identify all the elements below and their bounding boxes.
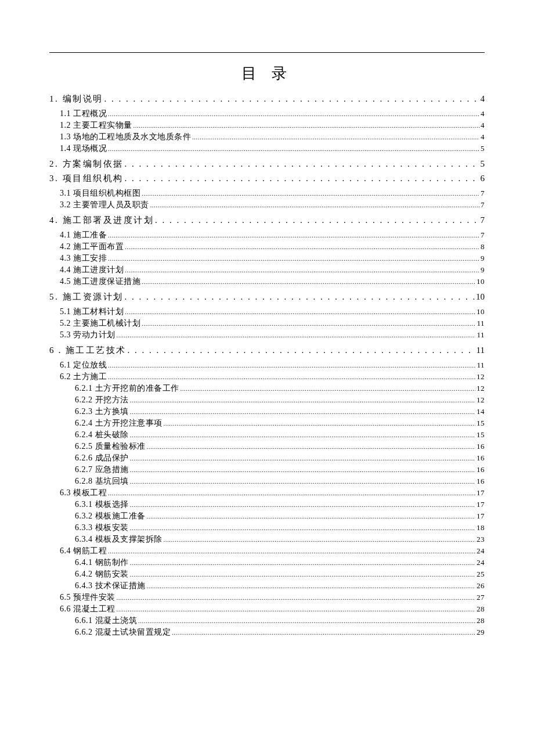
toc-leader-dots: . . . . . . . . . . . . . . . . . . . . … bbox=[125, 292, 475, 302]
toc-label: 2. 方案编制依据 bbox=[49, 159, 124, 170]
toc-label: 3.2 主要管理人员及职责 bbox=[60, 200, 149, 210]
toc-page: 8 bbox=[481, 242, 485, 251]
toc-label: 6.6.1 混凝土浇筑 bbox=[75, 615, 137, 626]
toc-entry-l3: 6.4.2 钢筋安装..............................… bbox=[75, 569, 485, 579]
toc-page: 11 bbox=[477, 330, 485, 340]
toc-leader-dots: ........................................… bbox=[108, 255, 479, 262]
toc-page: 12 bbox=[477, 384, 485, 393]
toc-leader-dots: ........................................… bbox=[147, 582, 476, 589]
toc-entry-l1: 4. 施工部署及进度计划. . . . . . . . . . . . . . … bbox=[49, 214, 485, 226]
toc-leader-dots: ........................................… bbox=[108, 362, 475, 369]
toc-subblock: 4.1 施工准备................................… bbox=[49, 230, 485, 287]
toc-page: 7 bbox=[481, 189, 485, 198]
toc-page: 17 bbox=[477, 500, 485, 509]
toc-entry-l3: 6.3.3 模板安装..............................… bbox=[75, 523, 485, 533]
toc-page: 16 bbox=[477, 453, 485, 463]
toc-page: 28 bbox=[477, 616, 485, 625]
toc-label: 5. 施工资源计划 bbox=[49, 291, 124, 303]
toc-page: 14 bbox=[477, 407, 485, 416]
toc-leader-dots: ........................................… bbox=[108, 145, 479, 152]
toc-label: 6.3.1 模板选择 bbox=[75, 499, 129, 510]
toc-label: 4.4 施工进度计划 bbox=[60, 265, 124, 275]
toc-leader-dots: ........................................… bbox=[130, 524, 476, 531]
toc-leader-dots: . . . . . . . . . . . . . . . . . . . . … bbox=[125, 159, 479, 169]
toc-leader-dots: ........................................… bbox=[117, 332, 476, 339]
toc-leader-dots: ........................................… bbox=[130, 466, 476, 473]
toc-entry-l3: 6.2.4 桩头破除..............................… bbox=[75, 430, 485, 440]
toc-label: 3.1 项目组织机构框图 bbox=[60, 188, 140, 199]
toc-leader-dots: ........................................… bbox=[147, 513, 476, 520]
toc-entry-l3: 6.2.6 成品保护..............................… bbox=[75, 453, 485, 463]
toc-label: 1.1 工程概况 bbox=[60, 109, 107, 119]
toc-page: 4 bbox=[481, 94, 485, 104]
toc-label: 6.4.1 钢筋制作 bbox=[75, 557, 129, 568]
toc-entry-l3: 6.2.5 质量检验标准............................… bbox=[75, 441, 485, 452]
toc-page: 16 bbox=[477, 465, 485, 474]
table-of-contents: 1. 编制说明. . . . . . . . . . . . . . . . .… bbox=[49, 93, 485, 638]
toc-entry-l2: 4.5 施工进度保证措施............................… bbox=[60, 276, 485, 287]
toc-page: 7 bbox=[481, 231, 485, 240]
toc-leader-dots: ........................................… bbox=[138, 617, 475, 624]
toc-entry-l2: 1.3 场地的工程地质及水文地质条件......................… bbox=[60, 132, 485, 142]
toc-entry-l3: 6.4.3 技术保证措施............................… bbox=[75, 581, 485, 591]
toc-leader-dots: ........................................… bbox=[130, 559, 476, 566]
toc-label: 4.5 施工进度保证措施 bbox=[60, 276, 140, 287]
toc-page: 5 bbox=[481, 144, 485, 153]
toc-entry-l3: 6.2.3 土方换填..............................… bbox=[75, 406, 485, 417]
toc-leader-dots: ........................................… bbox=[181, 385, 476, 392]
toc-label: 6.2.5 质量检验标准 bbox=[75, 441, 146, 452]
toc-entry-l3: 6.6.1 混凝土浇筑.............................… bbox=[75, 615, 485, 626]
toc-entry-l3: 6.4.1 钢筋制作..............................… bbox=[75, 557, 485, 568]
toc-page: 9 bbox=[481, 254, 485, 263]
toc-page: 26 bbox=[477, 581, 485, 591]
toc-page: 15 bbox=[477, 430, 485, 440]
toc-entry-l2: 6.6 混凝土工程...............................… bbox=[60, 604, 485, 614]
toc-leader-dots: . . . . . . . . . . . . . . . . . . . . … bbox=[155, 215, 479, 225]
toc-entry-l3: 6.2.1 土方开挖前的准备工作........................… bbox=[75, 383, 485, 394]
toc-label: 6.3.3 模板安装 bbox=[75, 523, 129, 533]
top-rule bbox=[49, 52, 485, 53]
toc-leader-dots: ........................................… bbox=[130, 397, 476, 404]
toc-page: 16 bbox=[477, 442, 485, 451]
toc-label: 6.3.4 模板及支撑架拆除 bbox=[75, 534, 163, 545]
toc-entry-l3: 6.6.2 混凝土试块留置规定.........................… bbox=[75, 627, 485, 638]
toc-page: 28 bbox=[477, 604, 485, 614]
toc-page: 11 bbox=[477, 361, 485, 370]
page-title: 目 录 bbox=[49, 63, 485, 84]
toc-label: 6.1 定位放线 bbox=[60, 360, 107, 370]
toc-label: 6.6 混凝土工程 bbox=[60, 604, 116, 614]
toc-entry-l2: 6.2 土方施工................................… bbox=[60, 372, 485, 382]
toc-page: 5 bbox=[481, 159, 485, 169]
toc-leader-dots: ........................................… bbox=[142, 278, 475, 285]
toc-leader-dots: ........................................… bbox=[130, 408, 476, 415]
toc-label: 6.2.4 桩头破除 bbox=[75, 430, 129, 440]
toc-page: 17 bbox=[477, 512, 485, 521]
toc-entry-l3: 6.3.2 模板施工准备............................… bbox=[75, 511, 485, 521]
toc-page: 7 bbox=[481, 200, 485, 210]
toc-entry-l2: 1.2 主要工程实物量.............................… bbox=[60, 120, 485, 131]
toc-label: 6.3 模板工程 bbox=[60, 488, 107, 498]
toc-leader-dots: ........................................… bbox=[164, 420, 476, 427]
toc-label: 6.4.2 钢筋安装 bbox=[75, 569, 129, 579]
toc-label: 4. 施工部署及进度计划 bbox=[49, 215, 154, 226]
toc-entry-l2: 3.1 项目组织机构框图............................… bbox=[60, 188, 485, 199]
toc-entry-l2: 4.4 施工进度计划..............................… bbox=[60, 265, 485, 275]
toc-entry-l3: 6.2.7 应急措施..............................… bbox=[75, 465, 485, 475]
toc-label: 6.4 钢筋工程 bbox=[60, 546, 107, 556]
toc-leader-dots: ........................................… bbox=[117, 594, 476, 601]
toc-entry-l2: 5.1 施工材料计划..............................… bbox=[60, 307, 485, 317]
toc-page: 10 bbox=[477, 307, 485, 316]
toc-leader-dots: ........................................… bbox=[142, 190, 479, 197]
toc-label: 1.2 主要工程实物量 bbox=[60, 120, 132, 131]
toc-leader-dots: ........................................… bbox=[130, 571, 476, 578]
toc-leader-dots: ........................................… bbox=[172, 629, 475, 636]
toc-leader-dots: ........................................… bbox=[164, 536, 476, 543]
toc-page: 16 bbox=[477, 477, 485, 486]
toc-page: 17 bbox=[477, 488, 485, 498]
toc-page: 18 bbox=[477, 523, 485, 532]
toc-label: 6．施工工艺技术 bbox=[49, 345, 127, 356]
toc-page: 4 bbox=[481, 132, 485, 142]
toc-entry-l3: 6.3.4 模板及支撑架拆除..........................… bbox=[75, 534, 485, 545]
toc-label: 6.2.4 土方开挖注意事项 bbox=[75, 418, 163, 429]
toc-entry-l2: 5.2 主要施工机械计划............................… bbox=[60, 318, 485, 329]
